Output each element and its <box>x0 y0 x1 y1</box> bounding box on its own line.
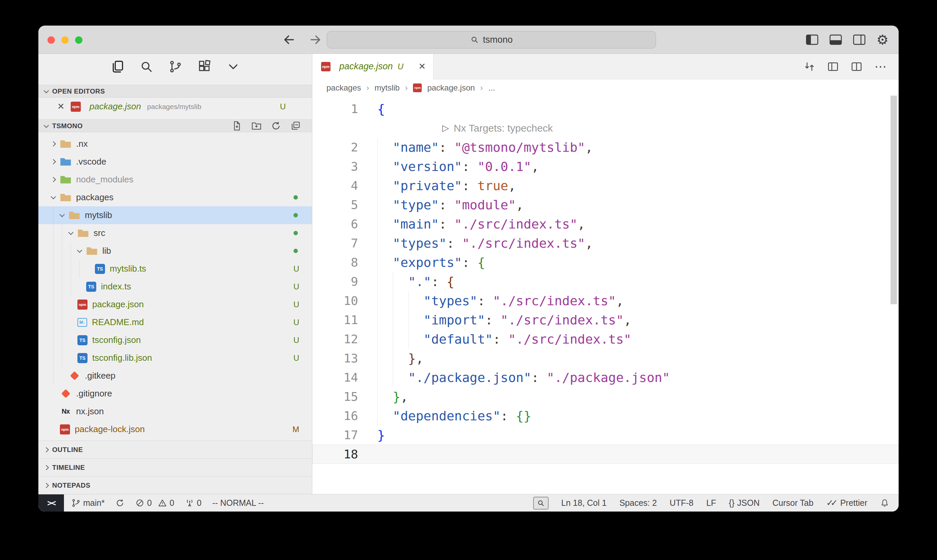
code-line-15[interactable]: 15 }, <box>312 387 899 406</box>
codelens[interactable]: ▷Nx Targets: typecheck <box>312 118 899 138</box>
search-icon[interactable] <box>140 60 153 73</box>
cursor-tab-item[interactable]: Cursor Tab <box>772 498 814 508</box>
indentation-item[interactable]: Spaces: 2 <box>619 498 657 508</box>
sync-changes-button[interactable] <box>115 498 125 508</box>
code-line-11[interactable]: 11 "import": "./src/index.ts", <box>312 310 899 329</box>
close-editor-icon[interactable]: ✕ <box>57 101 65 112</box>
tree-item-nx.json[interactable]: Nxnx.json <box>38 403 312 420</box>
formatter-item[interactable]: ✓✓Prettier <box>826 498 867 508</box>
toggle-primary-sidebar-icon[interactable] <box>806 34 819 45</box>
collapse-all-icon[interactable] <box>291 121 300 131</box>
close-window-button[interactable] <box>48 36 55 44</box>
ports-item[interactable]: 0 <box>185 498 202 508</box>
section-notepads[interactable]: NOTEPADS <box>38 476 312 494</box>
forward-arrow-icon[interactable] <box>309 33 322 46</box>
workspace-header[interactable]: TSMONO <box>38 120 312 132</box>
tree-item-mytslib.ts[interactable]: TSmytslib.tsU <box>38 260 312 278</box>
cursor-position-item[interactable]: Ln 18, Col 1 <box>562 498 607 508</box>
breadcrumb-package-json[interactable]: package.json <box>427 83 475 92</box>
zoom-indicator[interactable] <box>533 497 549 509</box>
tree-item-README.md[interactable]: M↓README.mdU <box>38 313 312 331</box>
tree-item-package.json[interactable]: npmpackage.jsonU <box>38 295 312 313</box>
git-branch-item[interactable]: main* <box>71 498 105 508</box>
code-line-8[interactable]: 8 "exports": { <box>312 253 899 272</box>
extensions-icon[interactable] <box>198 60 211 73</box>
new-folder-icon[interactable] <box>251 121 262 131</box>
section-timeline[interactable]: TIMELINE <box>38 458 312 476</box>
open-editor-file-name: package.json <box>89 101 141 112</box>
section-outline[interactable]: OUTLINE <box>38 440 312 458</box>
tree-item-index.ts[interactable]: TSindex.tsU <box>38 278 312 295</box>
open-preview-icon[interactable] <box>827 61 839 72</box>
tree-item-.nx[interactable]: .nx <box>38 135 312 153</box>
code-line-12[interactable]: 12 "default": "./src/index.ts" <box>312 329 899 349</box>
command-center-search[interactable]: tsmono <box>327 31 656 48</box>
tree-item-tsconfig.json[interactable]: TStsconfig.jsonU <box>38 331 312 349</box>
code-line-2[interactable]: 2 "name": "@tsmono/mytslib", <box>312 138 899 157</box>
new-file-icon[interactable] <box>232 121 242 131</box>
code-line-13[interactable]: 13 }, <box>312 349 899 368</box>
breadcrumb-mytslib[interactable]: mytslib <box>375 83 400 92</box>
chevron-down-icon[interactable] <box>226 60 240 73</box>
typescript-icon: TS <box>86 282 96 292</box>
zoom-window-button[interactable] <box>75 36 83 44</box>
tree-item-mytslib[interactable]: mytslib <box>38 206 312 224</box>
vim-mode-indicator[interactable]: -- NORMAL -- <box>212 498 264 508</box>
tree-item-tsconfig.lib.json[interactable]: TStsconfig.lib.jsonU <box>38 349 312 367</box>
code-line-5[interactable]: 5 "type": "module", <box>312 195 899 214</box>
source-control-icon[interactable] <box>169 60 182 73</box>
code-line-17[interactable]: 17} <box>312 425 899 445</box>
tree-item-.gitkeep[interactable]: .gitkeep <box>38 367 312 385</box>
open-editor-item[interactable]: ✕ npm package.json packages/mytslib U <box>38 98 312 115</box>
tree-item-package-lock.json[interactable]: npmpackage-lock.jsonM <box>38 420 312 438</box>
code-line-18[interactable]: 18 <box>312 445 899 464</box>
git-status-badge: U <box>294 335 299 345</box>
code-line-4[interactable]: 4 "private": true, <box>312 176 899 195</box>
code-line-7[interactable]: 7 "types": "./src/index.ts", <box>312 234 899 253</box>
code-line-14[interactable]: 14 "./package.json": "./package.json" <box>312 368 899 387</box>
open-changes-icon[interactable] <box>804 61 815 72</box>
breadcrumb-symbol[interactable]: ... <box>488 83 495 92</box>
tree-item-.vscode[interactable]: .vscode <box>38 153 312 171</box>
file-tree: .nx.vscodenode_modulespackagesmytslibsrc… <box>38 135 312 438</box>
back-arrow-icon[interactable] <box>283 33 295 46</box>
split-editor-icon[interactable] <box>851 61 862 72</box>
chevron-down-icon <box>44 88 49 93</box>
toggle-secondary-sidebar-icon[interactable] <box>853 34 866 45</box>
line-number: 15 <box>312 390 358 403</box>
code-line-1[interactable]: 1{ <box>312 99 899 118</box>
tree-item-.gitignore[interactable]: .gitignore <box>38 385 312 403</box>
tree-item-src[interactable]: src <box>38 224 312 242</box>
tree-item-lib[interactable]: lib <box>38 242 312 260</box>
problems-item[interactable]: 0 0 <box>135 498 174 508</box>
tab-close-icon[interactable]: ✕ <box>418 61 426 72</box>
code-line-3[interactable]: 3 "version": "0.0.1", <box>312 157 899 176</box>
code-line-10[interactable]: 10 "types": "./src/index.ts", <box>312 291 899 310</box>
tree-indent-guide <box>62 349 62 367</box>
refresh-icon[interactable] <box>271 121 281 131</box>
line-number: 13 <box>312 351 358 365</box>
editor-scrollbar[interactable] <box>891 95 897 304</box>
settings-gear-icon[interactable]: ⚙ <box>876 33 889 46</box>
eol-item[interactable]: LF <box>706 498 716 508</box>
language-mode-item[interactable]: {}JSON <box>729 498 760 508</box>
tab-package-json[interactable]: npm package.json U ✕ <box>312 54 434 79</box>
code-line-9[interactable]: 9 ".": { <box>312 272 899 291</box>
tree-indent-guide <box>53 313 54 331</box>
open-editors-header[interactable]: OPEN EDITORS <box>38 85 312 98</box>
toggle-panel-icon[interactable] <box>829 34 842 45</box>
code-line-16[interactable]: 16 "dependencies": {} <box>312 406 899 425</box>
tree-item-packages[interactable]: packages <box>38 188 312 206</box>
tree-item-node_modules[interactable]: node_modules <box>38 171 312 188</box>
encoding-item[interactable]: UTF-8 <box>670 498 694 508</box>
minimize-window-button[interactable] <box>61 36 69 44</box>
notifications-bell-icon[interactable] <box>880 498 889 508</box>
line-number: 7 <box>312 236 358 250</box>
workspace-title: TSMONO <box>52 122 83 130</box>
breadcrumb-packages[interactable]: packages <box>326 83 361 92</box>
code-line-6[interactable]: 6 "main": "./src/index.ts", <box>312 214 899 234</box>
tree-indent-guide <box>53 206 54 224</box>
remote-indicator[interactable]: >< <box>38 494 64 512</box>
explorer-icon[interactable] <box>111 60 124 73</box>
error-icon <box>135 498 145 508</box>
